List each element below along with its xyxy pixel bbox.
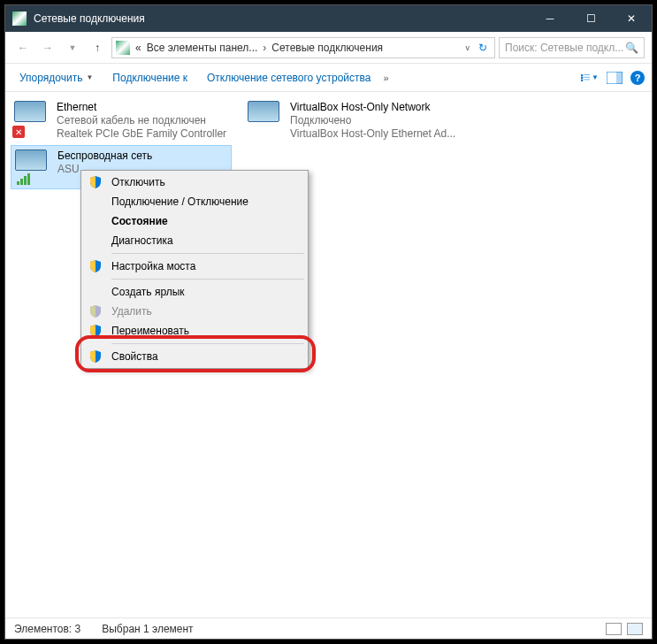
menu-bridge[interactable]: Настройка моста [83,257,306,276]
large-icons-view-icon[interactable] [627,623,643,635]
shield-icon [88,324,103,338]
signal-bars-icon [17,173,30,185]
minimize-button[interactable]: ─ [530,5,570,32]
menu-diagnose[interactable]: Диагностика [83,231,306,250]
search-input[interactable]: Поиск: Сетевые подкл... 🔍 [499,37,645,58]
help-button[interactable]: ? [630,71,645,85]
toolbar: Упорядочить▼ Подключение к Отключение се… [5,64,652,92]
adapter-device: Realtek PCIe GbE Family Controller [57,127,226,141]
breadcrumb-2[interactable]: Сетевые подключения [271,42,383,54]
shield-icon [88,175,103,189]
selection-count: Выбран 1 элемент [102,623,193,635]
address-bar[interactable]: « Все элементы панел... › Сетевые подклю… [111,37,495,58]
navigation-bar: ← → ▼ ↑ « Все элементы панел... › Сетевы… [5,32,652,64]
svg-rect-0 [581,74,583,76]
adapter-virtualbox[interactable]: VirtualBox Host-Only Network Подключено … [244,97,465,144]
menu-separator [111,343,304,344]
svg-rect-5 [584,79,590,80]
adapter-status: Подключено [290,114,455,127]
close-button[interactable]: ✕ [611,5,652,32]
back-button[interactable]: ← [12,37,34,58]
disable-device-button[interactable]: Отключение сетевого устройства [200,68,378,88]
window-icon [12,12,27,26]
toolbar-more[interactable]: » [383,73,388,83]
organize-button[interactable]: Упорядочить▼ [12,68,100,88]
forward-button[interactable]: → [37,37,58,58]
menu-status[interactable]: Состояние [83,211,306,231]
preview-pane-button[interactable] [606,69,623,87]
content-area[interactable]: ✕ Ethernet Сетевой кабель не подключен R… [5,92,652,617]
context-menu: Отключить Подключение / Отключение Состо… [80,170,309,369]
details-view-icon[interactable] [606,623,622,635]
maximize-button[interactable]: ☐ [570,5,611,32]
view-icons-button[interactable]: ▼ [581,69,599,87]
adapter-device: VirtualBox Host-Only Ethernet Ad... [290,127,455,141]
adapter-name: Беспроводная сеть [57,150,152,163]
adapter-name: Ethernet [57,101,226,114]
refresh-button[interactable]: ↻ [475,37,491,58]
svg-rect-7 [616,72,623,84]
menu-delete: Удалить [83,302,306,321]
titlebar[interactable]: Сетевые подключения ─ ☐ ✕ [5,5,652,32]
status-bar: Элементов: 3 Выбран 1 элемент [5,617,652,639]
virtualbox-icon [248,101,283,136]
search-icon: 🔍 [625,42,638,54]
shield-icon [88,349,103,364]
disconnected-badge: ✕ [12,126,25,138]
network-connections-window: Сетевые подключения ─ ☐ ✕ ← → ▼ ↑ « Все … [4,4,653,640]
window-title: Сетевые подключения [34,12,530,25]
up-button[interactable]: ↑ [87,37,108,58]
menu-connect-disconnect[interactable]: Подключение / Отключение [83,192,306,211]
breadcrumb-1[interactable]: Все элементы панел... [147,42,258,54]
recent-dropdown[interactable]: ▼ [62,37,83,58]
adapter-status: Сетевой кабель не подключен [57,114,226,127]
shield-icon [88,259,103,273]
ethernet-icon: ✕ [14,101,50,136]
breadcrumb-prefix: « [135,42,141,54]
breadcrumb-sep: › [263,42,266,54]
svg-rect-3 [584,76,590,77]
menu-rename[interactable]: Переименовать [83,321,306,341]
svg-rect-4 [581,79,583,80]
menu-create-shortcut[interactable]: Создать ярлык [83,282,306,302]
svg-rect-1 [584,74,590,75]
adapter-name: VirtualBox Host-Only Network [290,101,455,114]
svg-rect-2 [581,76,583,78]
wireless-icon [15,150,50,185]
menu-separator [111,253,304,254]
menu-properties[interactable]: Свойства [83,347,306,366]
menu-disable[interactable]: Отключить [83,172,306,192]
menu-separator [111,279,304,280]
search-placeholder: Поиск: Сетевые подкл... [505,42,623,54]
shield-icon [88,304,103,318]
address-dropdown[interactable]: v [466,43,470,52]
item-count: Элементов: 3 [14,623,80,635]
adapter-ethernet[interactable]: ✕ Ethernet Сетевой кабель не подключен R… [11,97,232,144]
location-icon [116,41,130,55]
connect-to-button[interactable]: Подключение к [105,68,195,88]
